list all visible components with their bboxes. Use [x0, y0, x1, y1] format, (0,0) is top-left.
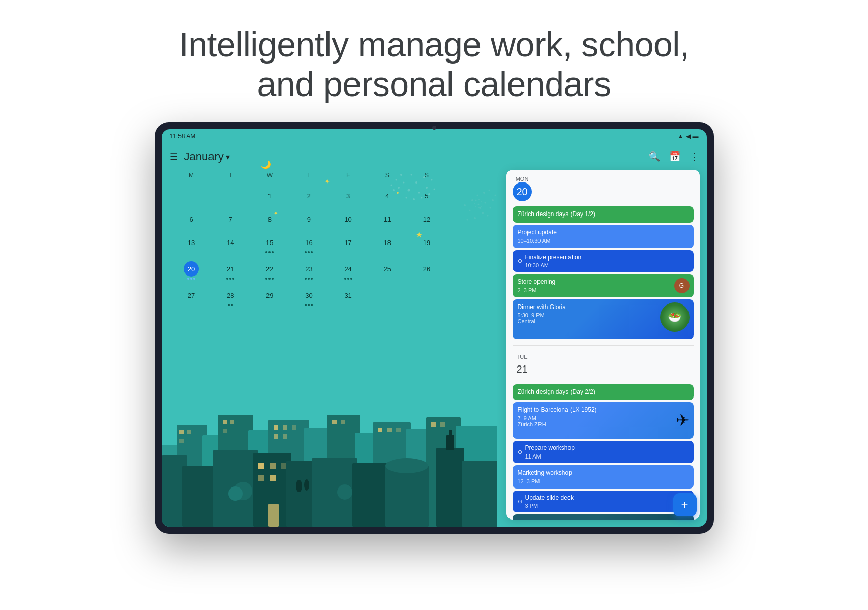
cal-day-28[interactable]: 28 — [211, 285, 250, 309]
event-title: Update slide deck — [525, 494, 574, 502]
svg-rect-69 — [396, 428, 401, 432]
event-prepare-workshop[interactable]: ⊙ Prepare workshop 11 AM — [513, 441, 694, 463]
event-time: 12–3 PM — [518, 478, 689, 484]
battery-icon: ▬ — [693, 133, 699, 140]
svg-rect-80 — [258, 475, 264, 481]
cal-week-3: 13 14 15 16 17 18 19 — [172, 232, 446, 256]
cal-day-18[interactable]: 18 — [368, 232, 407, 256]
cal-day-6[interactable]: 6 — [172, 208, 211, 230]
event-time: 5:30–9 PM — [518, 312, 653, 318]
cal-day-3[interactable]: 3 — [328, 185, 368, 206]
cal-day-14[interactable]: 14 — [211, 232, 250, 256]
svg-point-23 — [484, 202, 486, 204]
svg-point-18 — [464, 204, 466, 206]
svg-point-37 — [474, 203, 475, 204]
fab-add-button[interactable]: + — [673, 493, 697, 516]
svg-point-34 — [481, 201, 482, 202]
cal-day-2[interactable]: 2 — [289, 185, 328, 206]
cal-day-16[interactable]: 16 — [289, 232, 328, 256]
event-store-opening[interactable]: Store opening 2–3 PM G — [513, 274, 694, 297]
svg-rect-59 — [223, 429, 227, 433]
cal-day-25[interactable]: 25 — [368, 258, 407, 283]
svg-point-40 — [481, 206, 482, 207]
cal-week-1: 1 2 3 4 5 — [172, 185, 446, 206]
svg-point-27 — [466, 219, 468, 221]
cal-header-W: W — [250, 170, 289, 181]
calendar-icon[interactable]: 📅 — [669, 151, 680, 162]
task-checkbox-icon: ⊙ — [518, 498, 522, 505]
svg-point-25 — [487, 215, 488, 217]
event-concert-helen[interactable]: Concert with Helen 8–10:30 PM Plaza 🎵 — [513, 514, 694, 520]
event-title: Marketing workshop — [518, 469, 689, 477]
cal-day-13[interactable]: 13 — [172, 232, 211, 256]
cal-day-29[interactable]: 29 — [250, 285, 289, 309]
cal-day-17[interactable]: 17 — [328, 232, 368, 256]
signal-icon: ◀ — [686, 133, 691, 140]
cal-day-9[interactable]: 9 — [289, 208, 328, 230]
day-num-20[interactable]: 20 — [513, 182, 532, 201]
cal-day-7[interactable]: 7 — [211, 208, 250, 230]
cal-week-5: 27 28 29 30 31 — [172, 285, 446, 309]
event-finalize-presentation[interactable]: ⊙ Finalize presentation 10:30 AM — [513, 250, 694, 272]
cal-day-24[interactable]: 24 — [328, 258, 368, 283]
plane-icon: ✈ — [676, 411, 690, 430]
event-title: Zürich design days (Day 2/2) — [518, 388, 689, 396]
cal-day-15[interactable]: 15 — [250, 232, 289, 256]
cal-day-empty — [172, 185, 211, 206]
event-zurich-design-day1[interactable]: Zürich design days (Day 1/2) — [513, 206, 694, 223]
cal-day-21[interactable]: 21 — [211, 258, 250, 283]
cal-day-31[interactable]: 31 — [328, 285, 368, 309]
month-title[interactable]: January ▾ — [184, 150, 230, 163]
svg-point-26 — [474, 217, 476, 219]
cal-header-S2: S — [407, 170, 446, 181]
status-time: 11:58 AM — [170, 133, 196, 140]
cal-day-5[interactable]: 5 — [407, 185, 446, 206]
cal-day-23[interactable]: 23 — [289, 258, 328, 283]
svg-rect-82 — [268, 504, 279, 527]
cal-day-30[interactable]: 30 — [289, 285, 328, 309]
event-flight-barcelona[interactable]: Flight to Barcelona (LX 1952) 7–9 AM Zür… — [513, 402, 694, 439]
agenda-day-tue-21: Tue 21 Zürich design days (Day 2/2) Flig… — [506, 348, 700, 520]
cal-day-20-today[interactable]: 20 — [172, 258, 211, 283]
event-zurich-design-day2[interactable]: Zürich design days (Day 2/2) — [513, 384, 694, 401]
cal-day-11[interactable]: 11 — [368, 208, 407, 230]
svg-rect-58 — [230, 420, 234, 424]
event-update-slide-deck[interactable]: ⊙ Update slide deck 3 PM — [513, 491, 694, 513]
headline-section: Intelligently manage work, school, and p… — [0, 0, 868, 122]
task-row: ⊙ Finalize presentation 10:30 AM — [518, 254, 689, 269]
section-divider — [513, 345, 694, 346]
event-title: Concert with Helen — [518, 518, 653, 520]
cal-day-19[interactable]: 19 — [407, 232, 446, 256]
cal-day-10[interactable]: 10 — [328, 208, 368, 230]
event-project-update[interactable]: Project update 10–10:30 AM — [513, 225, 694, 248]
cal-day-1[interactable]: 1 — [250, 185, 289, 206]
day-num-21[interactable]: 21 — [513, 360, 532, 379]
cal-day-4[interactable]: 4 — [368, 185, 407, 206]
day-of-week-mon: Mon — [516, 176, 529, 182]
event-dinner-gloria[interactable]: Dinner with Gloria 5:30–9 PM Central 🥗 — [513, 299, 694, 339]
agenda-panel: Mon 20 Zürich design days (Day 1/2) Proj… — [506, 170, 700, 520]
event-marketing-workshop[interactable]: Marketing workshop 12–3 PM — [513, 465, 694, 489]
hamburger-menu-icon[interactable]: ☰ — [170, 151, 178, 162]
event-title: Dinner with Gloria — [518, 303, 653, 312]
event-time: 11 AM — [525, 453, 575, 460]
event-title: Store opening — [518, 278, 668, 286]
headline-text: Intelligently manage work, school, and p… — [0, 24, 868, 104]
svg-point-19 — [471, 199, 473, 201]
task-checkbox-icon: ⊙ — [518, 258, 522, 264]
cal-day-22[interactable]: 22 — [250, 258, 289, 283]
cal-day-12[interactable]: 12 — [407, 208, 446, 230]
svg-point-32 — [488, 190, 490, 191]
svg-point-20 — [476, 195, 478, 196]
cal-day-27[interactable]: 27 — [172, 285, 211, 309]
day-label-mon-20: Mon 20 — [513, 176, 532, 201]
more-options-icon[interactable]: ⋮ — [690, 151, 699, 162]
tablet-wrapper: ✦ ✦ ★ ✦ 11:58 AM ▲ ◀ ▬ 🌙 ☰ — [0, 122, 868, 534]
cal-day-26[interactable]: 26 — [407, 258, 446, 283]
cal-day-8[interactable]: 8 — [250, 208, 289, 230]
day-label-row-tue-21: Tue 21 — [513, 354, 694, 379]
svg-rect-96 — [449, 430, 452, 438]
event-subtitle: Zürich ZRH — [518, 421, 653, 428]
event-time: 10:30 AM — [525, 262, 582, 268]
search-icon[interactable]: 🔍 — [649, 151, 660, 162]
